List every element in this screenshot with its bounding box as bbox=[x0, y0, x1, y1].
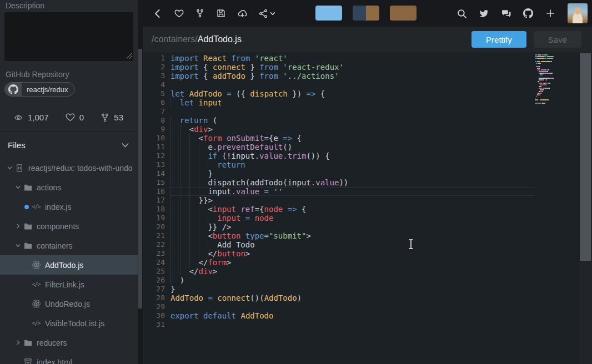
chevron-down-icon[interactable] bbox=[6, 166, 14, 170]
chevron-right-icon[interactable] bbox=[14, 224, 22, 229]
code-line-29[interactable] bbox=[170, 302, 534, 311]
sidebar-scrollbar-thumb[interactable] bbox=[138, 49, 142, 309]
chevron-down-icon[interactable] bbox=[14, 244, 22, 247]
indent-guide bbox=[199, 249, 208, 258]
tree-item-undoredo-js[interactable]: UndoRedo.js bbox=[0, 294, 138, 314]
code-line-9[interactable]: <div> bbox=[170, 125, 534, 134]
react-icon bbox=[31, 260, 42, 270]
github-link-icon[interactable] bbox=[523, 8, 533, 18]
forks-stat[interactable]: 53 bbox=[101, 113, 123, 122]
chevron-right-icon[interactable] bbox=[14, 340, 22, 345]
code-line-2[interactable]: import { connect } from 'react-redux' bbox=[170, 63, 534, 72]
search-button[interactable] bbox=[456, 8, 466, 18]
download-button[interactable] bbox=[237, 8, 247, 18]
indent-guide bbox=[189, 258, 199, 267]
tree-item-actions[interactable]: actions bbox=[0, 178, 138, 197]
back-button[interactable] bbox=[153, 8, 163, 18]
code-line-4[interactable] bbox=[170, 80, 534, 89]
indent-guide bbox=[170, 223, 180, 231]
code-line-3[interactable]: import { addTodo } from '../actions' bbox=[170, 72, 534, 80]
code-editor[interactable]: 1234567891011121314151617181920212223242… bbox=[143, 52, 592, 364]
code-line-23[interactable]: </button> bbox=[170, 249, 534, 258]
twitter-icon[interactable] bbox=[479, 8, 489, 18]
tree-item-label: UndoRedo.js bbox=[45, 300, 90, 309]
code-line-22[interactable]: Add Todo bbox=[170, 240, 534, 249]
code-line-25[interactable]: </div> bbox=[170, 267, 534, 276]
repo-badge[interactable]: reactjs/redux bbox=[4, 82, 75, 97]
indent-guide bbox=[189, 205, 199, 214]
code-line-1[interactable]: import React from 'react' bbox=[170, 54, 534, 63]
code-line-13[interactable]: return bbox=[170, 160, 534, 169]
feedback-icon[interactable] bbox=[501, 8, 511, 18]
indent-guide bbox=[170, 134, 180, 143]
save-icon-button[interactable] bbox=[216, 8, 226, 18]
description-input[interactable] bbox=[4, 12, 133, 61]
tree-item-label: AddTodo.js bbox=[45, 261, 83, 270]
code-line-30[interactable]: export default AddTodo bbox=[170, 311, 534, 320]
fork-button[interactable] bbox=[195, 8, 205, 18]
view-toggle-swatch-3[interactable] bbox=[390, 6, 417, 21]
stats-row: 1,007 0 53 bbox=[0, 104, 138, 131]
code-line-20[interactable]: }} /> bbox=[170, 223, 534, 231]
code-line-31[interactable] bbox=[170, 320, 534, 329]
share-button[interactable] bbox=[258, 8, 275, 18]
tree-item-index-js[interactable]: </>index.js bbox=[0, 197, 138, 216]
code-line-8[interactable]: return ( bbox=[170, 116, 534, 125]
indent-guide bbox=[189, 187, 199, 196]
sidebar: Description GitHub Repository reactjs/re… bbox=[0, 0, 138, 364]
indent-guide bbox=[170, 169, 180, 178]
tree-item-components[interactable]: components bbox=[0, 216, 138, 236]
code-line-7[interactable] bbox=[170, 107, 534, 116]
code-line-16[interactable]: input.value = '' bbox=[170, 187, 534, 196]
tree-item-visibletodolist-js[interactable]: </>VisibleTodoList.js bbox=[0, 314, 138, 333]
tree-item-containers[interactable]: containers bbox=[0, 236, 138, 255]
user-avatar[interactable] bbox=[568, 3, 588, 23]
editor-scrollbar[interactable] bbox=[580, 52, 592, 364]
chevron-down-icon[interactable] bbox=[14, 185, 22, 189]
code-line-18[interactable]: <input ref={node => { bbox=[170, 205, 534, 214]
indent-guide bbox=[170, 116, 180, 125]
prettify-button[interactable]: Prettify bbox=[471, 31, 526, 48]
code-line-10[interactable]: <form onSubmit={e => { bbox=[170, 134, 534, 143]
code-line-28[interactable]: AddTodo = connect()(AddTodo) bbox=[170, 294, 534, 302]
view-toggle-swatch-1[interactable] bbox=[315, 6, 342, 21]
line-number: 8 bbox=[143, 116, 165, 125]
code-line-26[interactable]: ) bbox=[170, 276, 534, 285]
indent-guide bbox=[199, 214, 208, 223]
tree-item-filterlink-js[interactable]: </>FilterLink.js bbox=[0, 275, 138, 294]
indent-guide bbox=[170, 214, 180, 223]
indent-guide bbox=[170, 267, 180, 276]
tree-item-reducers[interactable]: reducers bbox=[0, 333, 138, 352]
code-line-19[interactable]: input = node bbox=[170, 214, 534, 223]
indent-guide bbox=[170, 240, 180, 249]
save-button[interactable]: Save bbox=[534, 31, 581, 48]
likes-stat[interactable]: 0 bbox=[66, 113, 84, 122]
files-section-header[interactable]: Files bbox=[0, 132, 138, 158]
indent-guide bbox=[180, 196, 189, 205]
code-line-27[interactable]: } bbox=[170, 285, 534, 294]
tree-item-index-html[interactable]: index.html bbox=[0, 352, 138, 364]
minimap[interactable] bbox=[535, 54, 563, 106]
code-line-14[interactable]: } bbox=[170, 169, 534, 178]
indent-guide bbox=[189, 169, 199, 178]
code-line-17[interactable]: }}> bbox=[170, 196, 534, 205]
code-line-21[interactable]: <button type="submit"> bbox=[170, 231, 534, 240]
indent-guide bbox=[170, 231, 180, 240]
new-sandbox-button[interactable] bbox=[545, 8, 555, 18]
code-line-12[interactable]: if (!input.value.trim()) { bbox=[170, 151, 534, 160]
like-button[interactable] bbox=[174, 8, 184, 18]
sidebar-scrollbar[interactable] bbox=[138, 0, 143, 364]
indent-guide bbox=[180, 267, 189, 276]
editor-scrollbar-thumb[interactable] bbox=[580, 53, 591, 261]
code-line-24[interactable]: </form> bbox=[170, 258, 534, 267]
code-line-5[interactable]: let AddTodo = ({ dispatch }) => { bbox=[170, 89, 534, 98]
views-stat: 1,007 bbox=[13, 113, 49, 122]
code-line-15[interactable]: dispatch(addTodo(input.value)) bbox=[170, 178, 534, 187]
tree-item-addtodo-js[interactable]: AddTodo.js bbox=[0, 255, 138, 275]
code-line-6[interactable]: let input bbox=[170, 98, 534, 107]
view-toggle-swatch-2[interactable] bbox=[353, 6, 379, 21]
code-content[interactable]: import React from 'react'import { connec… bbox=[170, 54, 534, 329]
tree-item-reactjs-redux-todos-with-undo[interactable]: reactjs/redux: todos-with-undo bbox=[0, 158, 138, 178]
code-line-11[interactable]: e.preventDefault() bbox=[170, 143, 534, 151]
indent-guide bbox=[189, 240, 199, 249]
